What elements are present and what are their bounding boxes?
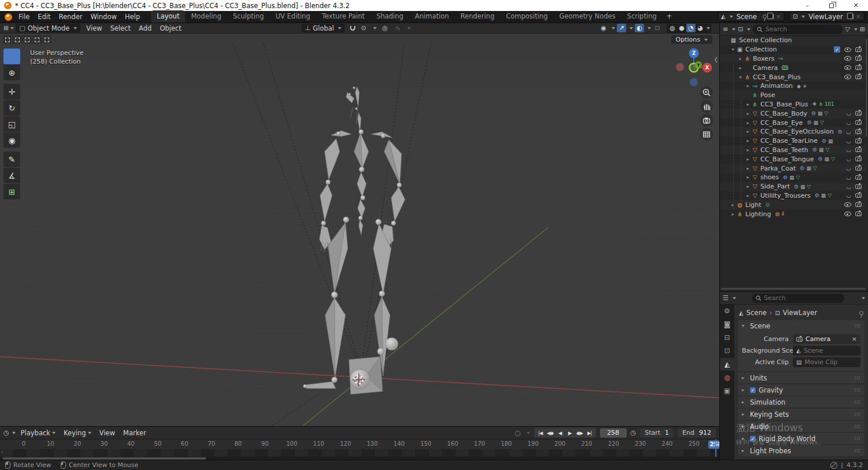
menu-item[interactable]: Help bbox=[121, 11, 144, 23]
properties-panel[interactable]: Rigid Body World bbox=[738, 433, 865, 444]
properties-panel[interactable]: Gravity bbox=[738, 384, 865, 395]
menu-item[interactable]: File bbox=[14, 11, 34, 23]
disable-render-icon[interactable] bbox=[855, 147, 862, 152]
timeline-menu-item[interactable]: View bbox=[95, 428, 119, 438]
timeline-tracks[interactable] bbox=[0, 449, 719, 457]
workspace-tab[interactable]: Modeling bbox=[185, 10, 227, 23]
expand-icon[interactable] bbox=[737, 56, 744, 61]
options-button[interactable]: Options bbox=[671, 35, 712, 44]
panel-checkbox[interactable] bbox=[750, 387, 756, 393]
outliner-row[interactable]: ⋔ CC3_Base_Plus ❖⋔101 bbox=[720, 100, 866, 109]
workspace-tab[interactable]: UV Editing bbox=[270, 10, 316, 23]
snap-target-icon[interactable]: ⊙ bbox=[359, 24, 368, 32]
disable-render-icon[interactable] bbox=[855, 184, 862, 189]
closed-eye-icon[interactable]: ◡ bbox=[846, 120, 851, 125]
expand-icon[interactable] bbox=[745, 83, 751, 88]
closed-eye-icon[interactable]: ◡ bbox=[846, 193, 851, 198]
minimize-button[interactable]: – bbox=[795, 0, 819, 11]
closed-eye-icon[interactable]: ◡ bbox=[846, 157, 851, 161]
menu-item[interactable]: Render bbox=[55, 11, 87, 23]
camera-view-icon[interactable] bbox=[700, 114, 713, 127]
navigation-gizmo[interactable]: Y Z X bbox=[674, 47, 714, 88]
panel-drag-icon[interactable] bbox=[854, 412, 860, 416]
orientation-dropdown[interactable]: ⊥ Global bbox=[301, 24, 345, 32]
outliner-hscrollbar[interactable] bbox=[721, 288, 866, 290]
panel-drag-icon[interactable] bbox=[854, 424, 860, 428]
outliner-row[interactable]: ⋔ Boxers ↝ bbox=[720, 54, 866, 64]
collection-checkbox[interactable] bbox=[834, 46, 840, 53]
expand-icon[interactable] bbox=[745, 102, 751, 107]
properties-panel[interactable]: Units bbox=[738, 372, 865, 383]
closed-eye-icon[interactable]: ◡ bbox=[846, 166, 851, 171]
new-collection-icon[interactable]: ⊞ bbox=[860, 25, 865, 33]
tool-button[interactable]: ✛ bbox=[3, 84, 20, 99]
playback-button[interactable]: ◀ bbox=[556, 430, 565, 436]
expand-icon[interactable] bbox=[737, 65, 744, 71]
panel-drag-icon[interactable] bbox=[854, 436, 860, 441]
properties-search-input[interactable]: Search bbox=[752, 294, 844, 303]
tool-button[interactable]: ◱ bbox=[3, 116, 20, 132]
expand-icon[interactable] bbox=[737, 75, 744, 80]
workspace-tab[interactable]: Layout bbox=[151, 10, 185, 23]
outliner-display-mode-icon[interactable]: ⊡ bbox=[738, 25, 743, 33]
material-shading-icon[interactable]: ◔ bbox=[686, 24, 696, 32]
closed-eye-icon[interactable]: ◡ bbox=[846, 111, 851, 116]
hide-eye-icon[interactable] bbox=[844, 65, 851, 70]
outliner-vscrollbar[interactable] bbox=[866, 38, 867, 136]
panel-drag-icon[interactable] bbox=[854, 388, 860, 392]
editor-type-timeline-icon[interactable]: ◷ bbox=[3, 429, 9, 436]
hide-eye-icon[interactable] bbox=[844, 75, 851, 79]
closed-eye-icon[interactable]: ◡ bbox=[846, 175, 851, 180]
disable-render-icon[interactable] bbox=[855, 56, 862, 61]
select-mode-button[interactable] bbox=[3, 35, 12, 44]
object-type-visibility-icon[interactable]: ◉ bbox=[599, 24, 608, 32]
menu-item[interactable]: Edit bbox=[34, 11, 54, 23]
outliner-row[interactable]: ▽ Side_Part ⚙▦▽ ◡ bbox=[720, 182, 866, 191]
snap-toggle-icon[interactable] bbox=[350, 26, 355, 31]
show-gizmo-icon[interactable]: ↗ bbox=[617, 24, 626, 32]
outliner-row[interactable]: ↝ Animation ◆∗ bbox=[720, 82, 866, 91]
properties-panel[interactable]: Simulation bbox=[738, 397, 865, 408]
sidebar-collapse-icon[interactable]: ❮ bbox=[713, 57, 718, 62]
properties-tab[interactable]: ▣ bbox=[720, 384, 734, 397]
outliner-search-input[interactable]: Search bbox=[753, 25, 843, 34]
timeline-collapse-icon[interactable]: ‹ bbox=[1, 449, 3, 455]
viewport-menu-item[interactable]: Select bbox=[106, 24, 134, 33]
end-frame-field[interactable]: End912 bbox=[678, 428, 716, 438]
outliner-row[interactable]: ▦ Scene Collection bbox=[720, 36, 866, 45]
disable-render-icon[interactable] bbox=[855, 175, 862, 180]
workspace-tab[interactable]: Shading bbox=[370, 10, 409, 23]
outliner-row[interactable]: ▽ CC_Base_Teeth ⚙▦▽ ◡ bbox=[720, 146, 866, 155]
workspace-tab[interactable]: Texture Paint bbox=[316, 10, 370, 23]
workspace-tab[interactable]: Sculpting bbox=[227, 10, 270, 23]
editor-type-3dview-icon[interactable]: ⊞ bbox=[3, 24, 9, 32]
properties-tab[interactable]: ◙ bbox=[720, 318, 734, 331]
hide-eye-icon[interactable] bbox=[844, 56, 851, 61]
expand-icon[interactable] bbox=[745, 147, 751, 153]
select-mode-button[interactable] bbox=[13, 35, 22, 44]
clear-field-icon[interactable]: × bbox=[852, 335, 857, 343]
outliner-row[interactable]: ◍ Light ⊙ bbox=[720, 200, 866, 209]
expand-icon[interactable] bbox=[745, 120, 751, 125]
property-field[interactable]: ▤ Movie Clip bbox=[793, 357, 860, 367]
properties-panel[interactable]: Audio bbox=[738, 421, 865, 432]
workspace-tab[interactable]: Geometry Nodes bbox=[554, 10, 621, 23]
scene-panel-header[interactable]: Scene bbox=[738, 320, 865, 331]
panel-checkbox[interactable] bbox=[750, 436, 756, 442]
properties-tab[interactable]: ◭ bbox=[720, 358, 734, 371]
playback-button[interactable]: ▶ bbox=[565, 430, 575, 436]
blender-menu-icon[interactable] bbox=[5, 13, 12, 21]
expand-icon[interactable] bbox=[745, 184, 751, 189]
properties-options-icon[interactable] bbox=[862, 297, 865, 299]
select-mode-button[interactable] bbox=[42, 35, 52, 44]
properties-tab[interactable]: ⚙ bbox=[720, 305, 734, 317]
workspace-tab[interactable]: Compositing bbox=[500, 10, 553, 23]
panel-drag-icon[interactable] bbox=[854, 449, 860, 453]
workspace-tab[interactable]: Rendering bbox=[455, 10, 501, 23]
solid-shading-icon[interactable]: ● bbox=[677, 24, 686, 32]
panel-drag-icon[interactable] bbox=[854, 324, 860, 328]
armature-object[interactable] bbox=[303, 87, 405, 394]
proportional-editing-icon[interactable]: ◎ bbox=[380, 24, 389, 32]
outliner-row[interactable]: ⋔ Pose bbox=[720, 91, 866, 100]
show-overlays-icon[interactable]: ◐ bbox=[635, 24, 644, 32]
